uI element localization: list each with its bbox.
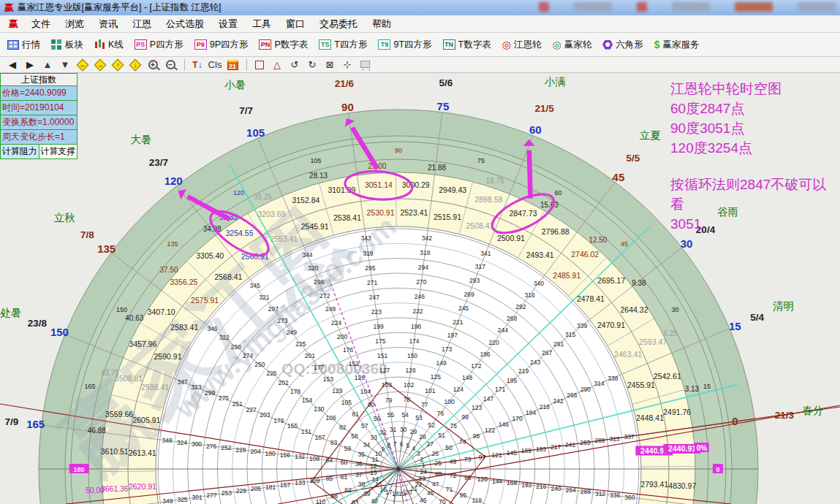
annotation-note-1: 3051.	[670, 214, 840, 234]
toolbar-button-P数字表[interactable]: PNP数字表	[255, 37, 311, 53]
menu-item-2[interactable]: 资讯	[91, 16, 125, 32]
toolbar-button-K线[interactable]: K线	[91, 37, 127, 53]
triangle-tool-button[interactable]: △	[269, 58, 285, 72]
cls-button-button[interactable]: Cls	[207, 58, 223, 72]
next-arrow-button[interactable]: ▶	[22, 58, 38, 72]
spiral-number: 146	[499, 421, 509, 428]
menu-items: 文件浏览资讯江恩公式选股设置工具窗口交易委托帮助	[24, 16, 398, 32]
menu-item-9[interactable]: 帮助	[365, 16, 398, 32]
ring-value: 105	[310, 157, 321, 164]
spiral-number: 122	[485, 427, 495, 434]
outer-date-label: 7/9	[5, 416, 19, 427]
toolbar-button-9T四方形[interactable]: T99T四方形	[374, 37, 435, 53]
ring-value: 2644.32	[621, 305, 648, 314]
menu-item-1[interactable]: 浏览	[58, 16, 91, 32]
spiral-number: 266	[567, 392, 577, 399]
spiral-number: 99	[461, 413, 469, 421]
outer-date-label: 21/5	[535, 103, 555, 114]
shift-right-button[interactable]: →	[92, 58, 108, 72]
toolbar-button-label: 赢家轮	[564, 39, 592, 51]
rotate-cw-button[interactable]: ↻	[304, 58, 320, 72]
ring-value: 90	[395, 147, 402, 154]
toolbar-button-P四方形[interactable]: PSP四方形	[131, 37, 187, 53]
toolbar-button-行情[interactable]: 行情	[4, 37, 44, 53]
spiral-number: 321	[259, 294, 269, 301]
spiral-number: 198	[411, 323, 421, 330]
menu-item-7[interactable]: 窗口	[279, 16, 312, 32]
spiral-number: 295	[365, 264, 375, 272]
sectors-blocks-icon	[51, 39, 62, 50]
spiral-number: 247	[369, 294, 379, 301]
rotate-ccw-button[interactable]: ↺	[287, 58, 303, 72]
title-bar[interactable]: 赢 赢家江恩专业版[赢家服务平台] - [上证指数 江恩轮]	[0, 0, 840, 15]
spiral-number: 265	[580, 439, 590, 446]
main-toolbar: 行情板块K线PSP四方形P99P四方形PNP数字表TST四方形T99T四方形TN…	[0, 33, 840, 57]
square-tool-button[interactable]	[251, 58, 268, 72]
toolbar-button-9P四方形[interactable]: P99P四方形	[191, 37, 252, 53]
toolbar-button-赢家服务[interactable]: $赢家服务	[651, 37, 703, 53]
box-x-tool-button[interactable]: ⊠	[322, 58, 338, 72]
menu-item-6[interactable]: 工具	[245, 16, 279, 32]
blurred-window-artifact	[735, 2, 773, 12]
menu-item-8[interactable]: 交易委托	[312, 16, 365, 32]
t-down-button[interactable]: T↓	[189, 58, 205, 72]
spiral-number: 240	[551, 485, 561, 492]
menu-item-3[interactable]: 江恩	[125, 16, 159, 32]
spiral-number: 252	[221, 444, 231, 451]
spiral-number: 102	[404, 381, 414, 389]
zoom-in-button[interactable]: +	[145, 58, 161, 72]
down-arrow-button[interactable]: ▼	[57, 58, 73, 72]
spiral-number: 193	[536, 446, 546, 453]
toolbar-button-六角形[interactable]: 六角形	[599, 37, 647, 53]
shift-up-button[interactable]: ↑	[110, 58, 126, 72]
spiral-number: 55	[387, 411, 395, 419]
spiral-number: 202	[279, 379, 289, 386]
box-x-tool-icon: ⊠	[326, 59, 334, 70]
menu-item-4[interactable]: 公式选股	[159, 16, 211, 32]
spiral-number: 154	[302, 397, 312, 404]
menu-item-0[interactable]: 文件	[24, 16, 58, 32]
toolbar-button-T数字表[interactable]: TNT数字表	[439, 37, 495, 53]
spiral-number: 109	[309, 477, 319, 484]
spiral-number: 296	[314, 278, 324, 286]
quotes-grid-icon	[7, 40, 19, 50]
easel-tool-button[interactable]	[357, 58, 373, 72]
app-logo-icon: 赢	[4, 1, 14, 15]
spiral-number: 349	[162, 497, 173, 504]
shift-down-button[interactable]: ↓	[127, 58, 143, 72]
toolbar-button-板块[interactable]: 板块	[48, 37, 87, 53]
spiral-number: 121	[492, 451, 502, 459]
calendar-button[interactable]: 21	[224, 58, 241, 72]
parameter-row-1: 时间=20190104	[0, 101, 77, 115]
spiral-number: 360	[624, 494, 635, 501]
toolbar-button-江恩轮[interactable]: ◎江恩轮	[499, 37, 545, 53]
up-arrow-button[interactable]: ▲	[39, 58, 56, 72]
spiral-number: 195	[507, 377, 517, 384]
pointer-arrow	[529, 150, 531, 199]
spiral-number: 83	[330, 439, 338, 446]
spiral-number: 320	[308, 264, 318, 272]
toolbar-button-赢家轮[interactable]: ◎赢家轮	[548, 37, 595, 53]
up-arrow-icon: ▲	[43, 59, 53, 70]
toolbar-button-T四方形[interactable]: TST四方形	[315, 37, 371, 53]
ring-value: 3661.36	[101, 484, 129, 493]
toolbar-button-label: 赢家服务	[662, 39, 699, 51]
current-price-marker-label: 0%	[697, 444, 708, 452]
spiral-number: 337	[624, 433, 635, 440]
zoom-out-button[interactable]: −	[162, 58, 178, 72]
spiral-number: 267	[542, 349, 552, 356]
menu-item-5[interactable]: 设置	[211, 16, 245, 32]
shift-left-button[interactable]: ←	[75, 58, 91, 72]
prev-arrow-button[interactable]: ◀	[4, 58, 20, 72]
calc-button-0[interactable]: 计算阻力	[0, 145, 39, 159]
spiral-number: 169	[521, 447, 531, 454]
crosshair-tool-button[interactable]: ⊹	[339, 58, 355, 72]
spiral-number: 197	[447, 332, 458, 339]
spiral-number: 277	[207, 492, 217, 499]
spiral-number: 177	[314, 364, 324, 371]
spiral-number: 347	[177, 378, 187, 386]
calc-button-1[interactable]: 计算支撑	[39, 145, 78, 159]
rotate-ccw-icon: ↺	[291, 59, 299, 70]
spiral-number: 106	[326, 414, 336, 421]
spiral-number: 323	[191, 383, 201, 391]
